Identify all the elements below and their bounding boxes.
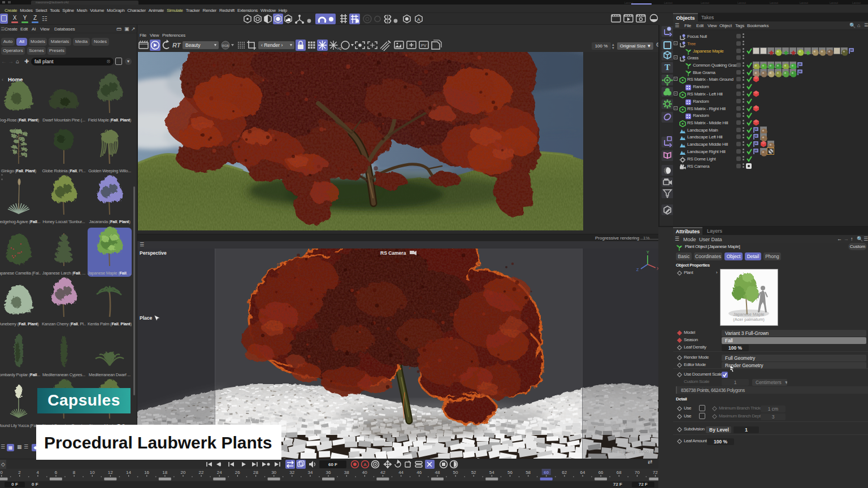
svg-text:66: 66	[598, 470, 604, 475]
svg-text:60 F: 60 F	[328, 462, 337, 467]
svg-text:(Acer palmatum): (Acer palmatum)	[733, 317, 765, 322]
svg-text:Y: Y	[646, 250, 649, 254]
svg-text:A: A	[363, 462, 367, 467]
svg-text:RT: RT	[172, 42, 181, 49]
svg-text:44: 44	[398, 470, 403, 475]
svg-text:20: 20	[180, 470, 185, 475]
svg-text:RS Camera: RS Camera	[380, 250, 406, 256]
svg-text:46: 46	[416, 470, 422, 475]
svg-text:8: 8	[73, 470, 76, 475]
svg-text:50: 50	[453, 470, 458, 475]
svg-text:42: 42	[380, 470, 385, 475]
svg-text:2: 2	[18, 470, 21, 475]
svg-text:Japanese Maple: Japanese Maple	[733, 312, 764, 317]
svg-text:52: 52	[471, 470, 476, 475]
svg-text:24: 24	[217, 470, 222, 475]
svg-text:18: 18	[162, 470, 167, 475]
svg-text:Perspective: Perspective	[140, 250, 167, 256]
svg-text:Beauty: Beauty	[185, 42, 201, 48]
svg-text:14: 14	[126, 470, 131, 475]
svg-text:16: 16	[144, 470, 149, 475]
svg-text:68: 68	[617, 470, 622, 475]
svg-text:Z: Z	[636, 268, 639, 272]
svg-text:56: 56	[507, 470, 513, 475]
svg-text:58: 58	[526, 470, 531, 475]
svg-text:12: 12	[108, 470, 113, 475]
svg-text:62: 62	[562, 470, 567, 475]
svg-text:T: T	[665, 63, 670, 72]
svg-text:0: 0	[0, 470, 3, 475]
svg-text:64: 64	[580, 470, 585, 475]
svg-text:48: 48	[435, 470, 440, 475]
svg-text:4: 4	[37, 470, 40, 475]
svg-text:PV: PV	[421, 43, 427, 47]
svg-text:70: 70	[635, 470, 640, 475]
svg-text:10: 10	[90, 470, 95, 475]
svg-text:26: 26	[235, 470, 240, 475]
svg-text:28: 28	[253, 470, 258, 475]
svg-text:72: 72	[653, 470, 658, 475]
svg-text:32: 32	[289, 470, 294, 475]
svg-text:RGB: RGB	[222, 44, 229, 47]
svg-text:36: 36	[326, 470, 331, 475]
svg-text:40: 40	[362, 470, 367, 475]
svg-text:6: 6	[55, 470, 58, 475]
svg-text:HQ: HQ	[337, 47, 342, 50]
svg-text:‹ Render ›: ‹ Render ›	[261, 42, 283, 48]
svg-text:22: 22	[199, 470, 204, 475]
svg-text:54: 54	[489, 470, 494, 475]
svg-text:38: 38	[344, 470, 349, 475]
svg-text:34: 34	[307, 470, 313, 475]
svg-text:A: A	[417, 17, 420, 22]
svg-text:30: 30	[271, 470, 276, 475]
svg-text:Grid Spacing : 5000 cm: Grid Spacing : 5000 cm	[609, 449, 656, 454]
svg-text:Place: Place	[140, 315, 152, 321]
